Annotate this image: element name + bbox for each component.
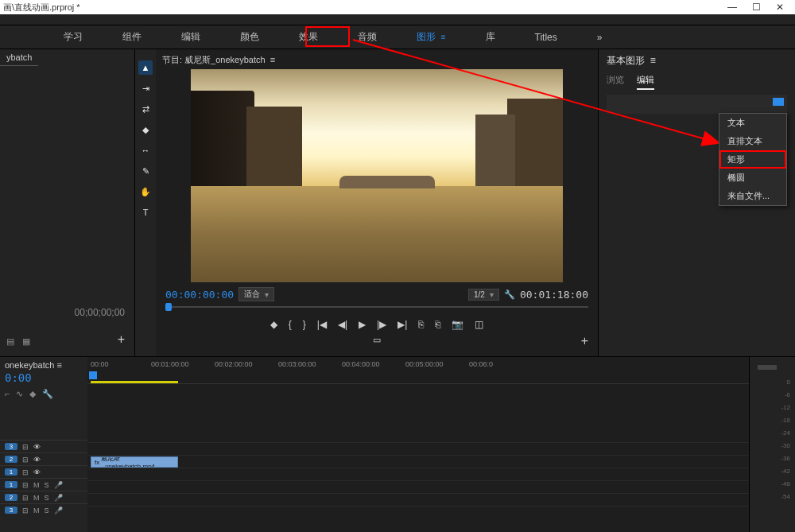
timeline-timecode[interactable]: 0:00 [5,371,83,384]
tab-browse[interactable]: 浏览 [607,74,624,90]
workspace-edit[interactable]: 编辑 [173,27,208,47]
ctx-text[interactable]: 文本 [719,114,786,132]
close-button[interactable]: ✕ [768,2,792,13]
program-title: 节目: 威尼斯_onekeybatch ≡ [162,54,591,66]
track-v2[interactable]: 2⊟👁 [0,452,87,465]
workspace-graphics[interactable]: 图形 ≡ [409,27,454,47]
highlight-box-workspace [305,26,350,47]
playhead-thumb[interactable] [165,303,172,311]
wrench-icon[interactable]: 🔧 [504,289,515,300]
timeline-playhead[interactable] [89,371,97,379]
lane-v3[interactable] [87,430,749,443]
fit-dropdown[interactable]: 适合▾ [238,287,274,301]
program-add-button[interactable]: + [581,334,588,348]
transport-controls: ◆ { } |◀ ◀| ▶ |▶ ▶| ⎘ ⎗ 📷 ◫ [162,319,591,330]
play-icon[interactable]: ▶ [359,319,366,330]
program-timecode-in[interactable]: 00:00:00:00 [165,289,234,301]
timeline-ruler[interactable]: 00:00 00:01:00:00 00:02:00:00 00:03:00:0… [87,357,749,384]
new-layer-context-menu: 文本 直排文本 矩形 椭圆 来自文件... [719,113,787,206]
track-a3[interactable]: 3⊟MS🎤 [0,503,87,516]
source-add-button[interactable]: + [118,332,125,347]
track-a1[interactable]: 1⊟MS🎤 [0,478,87,491]
hand-tool[interactable]: ✋ [138,184,153,199]
track-a2[interactable]: 2⊟MS🎤 [0,491,87,503]
icon-view-icon[interactable]: ▦ [22,336,30,347]
window-titlebar: 画\直线动画.prproj * — ☐ ✕ [0,0,795,14]
video-clip[interactable]: fx 威尼斯_onekeybatch.mp4 [91,456,178,468]
track-v1[interactable]: 1⊟👁 [0,465,87,478]
clip-fx-icon: fx [95,459,99,466]
program-viewer[interactable] [191,69,563,282]
essential-graphics-tabs: 浏览 编辑 [607,74,787,90]
sequence-name[interactable]: onekeybatch ≡ [5,360,83,370]
mini-thumb [758,365,777,370]
mark-in-icon[interactable]: ◆ [270,319,277,330]
tab-edit[interactable]: 编辑 [637,74,654,90]
workspace-learn[interactable]: 学习 [56,27,91,47]
track-v3[interactable]: 3⊟👁 [0,440,87,452]
compare-icon[interactable]: ◫ [475,319,483,330]
maximize-button[interactable]: ☐ [744,2,768,13]
source-panel-icons: ▤ ▦ [6,336,30,347]
source-panel: ybatch 00;00;00;00 ▤ ▦ + [0,49,135,356]
snap-icon[interactable]: ⌐ [5,389,10,399]
selection-tool[interactable]: ▲ [138,60,153,75]
minimize-button[interactable]: — [720,2,744,13]
ctx-ellipse[interactable]: 椭圆 [719,169,786,187]
workspace-color[interactable]: 颜色 [232,27,267,47]
bracket-out-icon[interactable]: } [303,319,306,330]
work-area-bar[interactable] [91,381,178,383]
list-view-icon[interactable]: ▤ [6,336,14,347]
workspace-audio[interactable]: 音频 [350,27,385,47]
hamburger-icon: ≡ [441,33,446,41]
razor-tool[interactable]: ◆ [138,122,153,137]
marker-icon[interactable]: ◆ [29,389,36,399]
essential-graphics-title: 基本图形 ≡ [607,54,787,68]
lane-a1[interactable] [87,468,749,481]
menu-bar [0,14,795,25]
camera-icon[interactable]: 📷 [452,319,463,330]
workspace-overflow[interactable]: » [589,29,611,46]
lane-a2[interactable] [87,481,749,494]
program-timecode-out: 00:01:18:00 [520,289,588,301]
new-layer-icon[interactable] [773,98,784,106]
window-title: 画\直线动画.prproj * [3,2,80,14]
source-panel-tab[interactable]: ybatch [0,49,38,66]
lift-icon[interactable]: ⎘ [418,319,424,330]
ripple-tool[interactable]: ⇄ [138,102,153,116]
lane-v1[interactable]: fx 威尼斯_onekeybatch.mp4 [87,456,749,468]
lane-a3[interactable] [87,494,749,507]
type-tool[interactable]: T [138,205,153,219]
bracket-in-icon[interactable]: { [289,319,292,330]
ctx-from-file[interactable]: 来自文件... [719,187,786,205]
panel-menu-icon[interactable]: ≡ [650,55,656,66]
tool-column: ▲ ⇥ ⇄ ◆ ↔ ✎ ✋ T [135,49,156,356]
wrench-icon[interactable]: 🔧 [42,389,53,399]
resolution-dropdown[interactable]: 1/2▾ [468,289,499,301]
workspace-bar: 学习 组件 编辑 颜色 效果 音频 图形 ≡ 库 Titles » [0,25,795,49]
go-in-icon[interactable]: |◀ [317,319,327,330]
program-scrub-bar[interactable] [165,301,588,313]
go-out-icon[interactable]: ▶| [398,319,407,330]
slip-tool[interactable]: ↔ [138,143,153,157]
step-fwd-icon[interactable]: |▶ [377,319,386,330]
timeline-header: onekeybatch ≡ 0:00 ⌐ ∿ ◆ 🔧 3⊟👁 2⊟👁 1⊟👁 1… [0,357,87,532]
main-area: ybatch 00;00;00;00 ▤ ▦ + ▲ ⇥ ⇄ ◆ ↔ ✎ ✋ T… [0,49,795,356]
track-select-tool[interactable]: ⇥ [138,81,153,95]
pen-tool[interactable]: ✎ [138,164,153,178]
ctx-vertical-text[interactable]: 直排文本 [719,132,786,150]
safe-margin-icon[interactable]: ▭ [162,335,591,345]
workspace-titles[interactable]: Titles [527,29,565,46]
track-headers: 3⊟👁 2⊟👁 1⊟👁 1⊟MS🎤 2⊟MS🎤 3⊟MS🎤 [0,440,87,516]
program-control-bar: 00:00:00:00 适合▾ 1/2▾ 🔧 00:01:18:00 [162,287,591,301]
extract-icon[interactable]: ⎗ [435,319,440,330]
audio-meter: 0 -6 -12 -18 -24 -30 -36 -42 -48 -54 [749,357,795,532]
link-icon[interactable]: ∿ [16,389,23,399]
timeline-body[interactable]: 00:00 00:01:00:00 00:02:00:00 00:03:00:0… [87,357,749,532]
panel-menu-icon[interactable]: ≡ [270,55,275,64]
lane-v2[interactable] [87,443,749,456]
workspace-assembly[interactable]: 组件 [114,27,149,47]
workspace-library[interactable]: 库 [478,27,503,47]
ctx-rectangle[interactable]: 矩形 [719,150,786,169]
step-back-icon[interactable]: ◀| [338,319,347,330]
